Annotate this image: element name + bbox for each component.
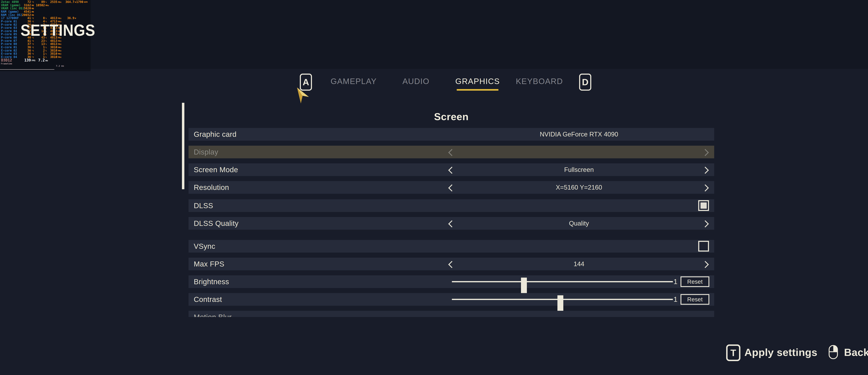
tab-label: KEYBOARD: [516, 76, 563, 86]
metric-unit: MHz: [58, 56, 61, 59]
apply-settings-button[interactable]: Apply settings: [744, 344, 817, 361]
frametime-graph-label: Frametime: [1, 62, 12, 65]
setting-row-dlss[interactable]: DLSS: [189, 199, 714, 212]
metric-label: P-core 08: [1, 42, 17, 46]
metric-unit: %: [45, 17, 47, 20]
overlay-row: P-core 0837°C13%4813MHz: [0, 42, 90, 46]
metric-unit: MB: [32, 7, 34, 10]
metric-value: 2535: [50, 0, 57, 4]
setting-label: Brightness: [194, 275, 229, 288]
chevron-right-icon[interactable]: [702, 184, 709, 191]
chevron-left-icon[interactable]: [448, 167, 455, 174]
metric-value: 37: [27, 42, 31, 46]
tab-audio[interactable]: AUDIO: [385, 73, 446, 89]
chevron-right-icon[interactable]: [702, 167, 709, 174]
metric-value: 3810: [50, 52, 57, 55]
mouse-right-click-icon: [829, 345, 838, 360]
setting-row-contrast: Contrast 1 Reset: [189, 293, 714, 306]
overlay-row: RAM (game)4541MB: [0, 10, 90, 13]
chevron-right-icon[interactable]: [702, 220, 709, 227]
fps-unit: FPS: [32, 59, 35, 62]
metric-label: E-core 01: [1, 46, 17, 49]
back-button[interactable]: Back: [844, 344, 868, 361]
metric-label: P-core 03: [1, 26, 17, 30]
tab-label: GAMEPLAY: [331, 76, 377, 86]
chevron-right-icon[interactable]: [702, 261, 709, 268]
metric-label: P-core 06: [1, 36, 17, 39]
frametime-graph-value: 7.2 ms: [56, 65, 64, 67]
setting-row-vsync[interactable]: VSync: [189, 240, 714, 253]
metric-label: P-core 01: [1, 20, 17, 23]
metric-value: 13: [41, 42, 45, 46]
header-band: [0, 0, 868, 69]
brightness-reset-button[interactable]: Reset: [681, 276, 709, 287]
metric-unit: W: [75, 17, 76, 20]
setting-row-resolution[interactable]: Resolution X=5160 Y=2160: [189, 181, 714, 194]
active-tab-underline: [457, 89, 498, 91]
metric-value: 4813: [50, 42, 57, 46]
metric-unit: MHz: [58, 42, 61, 46]
setting-label: DLSS: [194, 199, 213, 212]
metric-unit: °C: [32, 52, 34, 56]
vsync-checkbox[interactable]: [698, 241, 709, 252]
tab-keyboard[interactable]: KEYBOARD: [509, 73, 570, 89]
setting-label: Motion Blur: [194, 311, 231, 317]
renderer-label: D3D12: [1, 59, 12, 62]
metric-unit: °C: [32, 1, 34, 4]
brightness-slider-track[interactable]: [452, 281, 673, 282]
chevron-left-icon[interactable]: [448, 261, 455, 268]
setting-row-dlss-quality[interactable]: DLSS Quality Quality: [189, 217, 714, 230]
metric-value: 1: [43, 46, 45, 49]
metric-label: VRAM (inc OS): [1, 7, 24, 10]
metric-value: 41: [27, 17, 31, 20]
metric-label: RAM (game): [1, 10, 19, 13]
chevron-right-icon: [702, 149, 709, 156]
metric-unit: MHz: [58, 46, 61, 49]
contrast-reset-button[interactable]: Reset: [681, 294, 709, 305]
dlss-checkbox[interactable]: [698, 200, 709, 211]
metric-unit: °C: [32, 56, 34, 59]
overlay-row: E-core 0136°C1%3810MHz: [0, 46, 90, 49]
scrollbar-thumb[interactable]: [182, 103, 184, 189]
setting-value: NVIDIA GeForce RTX 4090: [458, 128, 701, 140]
metric-value: 5820: [24, 7, 31, 10]
setting-label: Contrast: [194, 293, 222, 306]
metric-unit: %: [45, 52, 47, 56]
metric-unit: RPM: [84, 1, 88, 4]
brightness-value: 1: [670, 275, 682, 288]
tab-gameplay[interactable]: GAMEPLAY: [323, 73, 384, 89]
frametime-ms-value: 7.2: [38, 59, 45, 62]
metric-value: 89: [41, 0, 45, 4]
metric-label: P-core 05: [1, 33, 17, 36]
prev-tab-key-label: A: [303, 77, 309, 87]
setting-row-max-fps[interactable]: Max FPS 144: [189, 258, 714, 270]
setting-value: Fullscreen: [458, 163, 701, 176]
page-title: SETTINGS: [21, 21, 95, 39]
overlay-row: Zotac 409072°C89%2535MHz364.7W1790RPM: [0, 0, 90, 4]
frametime-ms-unit: ms: [45, 59, 48, 62]
metric-value: 1: [43, 52, 45, 55]
metric-value: 1790: [76, 0, 83, 4]
metric-value: 72: [27, 0, 31, 4]
overlay-row: E-core 0336°C1%3810MHz: [0, 52, 90, 55]
settings-screen: Zotac 409072°C89%2535MHz364.7W1790RPM VR…: [0, 0, 868, 375]
setting-label: Screen Mode: [194, 163, 238, 176]
setting-row-graphic-card: Graphic card NVIDIA GeForce RTX 4090: [189, 128, 714, 140]
metric-label: Zotac 4090: [1, 0, 19, 4]
chevron-left-icon[interactable]: [448, 184, 455, 191]
apply-key-label: T: [731, 347, 736, 358]
chevron-left-icon[interactable]: [448, 220, 455, 227]
metric-unit: %: [45, 1, 47, 4]
tab-graphics[interactable]: GRAPHICS: [447, 73, 508, 89]
metric-unit: MB: [32, 10, 34, 13]
overlay-row: VRAM (inc OS)5820MB: [0, 7, 90, 10]
metric-value: 3810: [50, 55, 57, 59]
metric-unit: °C: [32, 17, 34, 20]
checkbox-checked-fill: [701, 202, 707, 209]
setting-row-screen-mode[interactable]: Screen Mode Fullscreen: [189, 163, 714, 176]
contrast-slider-track[interactable]: [452, 299, 673, 300]
metric-value: 36: [27, 46, 31, 49]
tab-label: AUDIO: [402, 76, 430, 86]
overlay-row: E-core 0436°C1%3810MHz: [0, 55, 90, 59]
chevron-left-icon: [448, 149, 455, 156]
